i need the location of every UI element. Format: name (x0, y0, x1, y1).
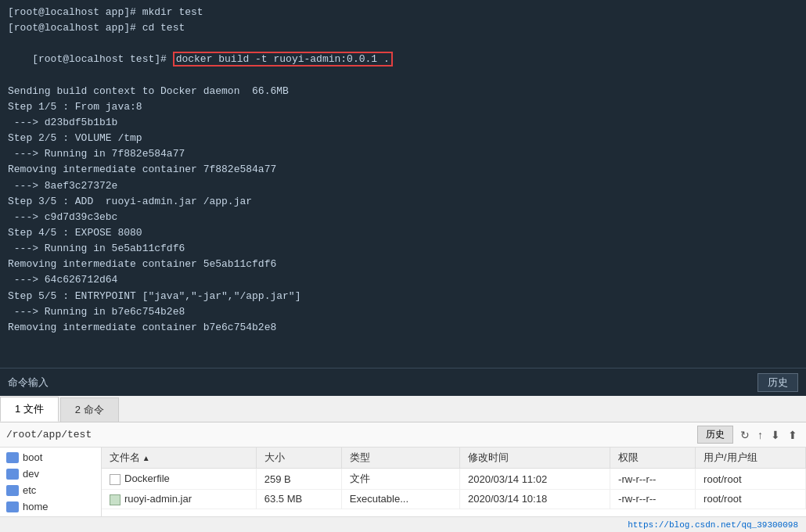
file-type-cell: 文件 (341, 469, 459, 490)
file-name-cell: Dockerfile (102, 469, 256, 490)
status-text: https://blog.csdn.net/qq_39300098 (628, 520, 798, 530)
terminal-line: [root@localhost app]# cd test (8, 20, 798, 36)
file-name-cell: ruoyi-admin.jar (102, 490, 256, 509)
terminal-line: [root@localhost app]# mkdir test (8, 5, 798, 20)
file-owner-cell: root/root (696, 490, 806, 509)
terminal-line: Step 3/5 : ADD ruoyi-admin.jar /app.jar (8, 194, 798, 210)
file-modified-cell: 2020/03/14 10:18 (459, 490, 610, 509)
folder-icon (6, 452, 19, 463)
terminal-line: ---> Running in b7e6c754b2e8 (8, 304, 798, 320)
terminal-line: ---> c9d7d39c3ebc (8, 210, 798, 225)
refresh-icon-button[interactable]: ↻ (738, 427, 752, 443)
download-icon-button[interactable]: ⬇ (768, 427, 783, 443)
file-doc-icon (110, 474, 121, 485)
cmd-input-label: 命令输入 (8, 376, 757, 390)
file-manager: /root/app/test 历史 ↻ ↑ ⬇ ⬆ boot dev etc (0, 422, 806, 532)
file-exe-icon (110, 494, 121, 505)
up-icon-button[interactable]: ↑ (755, 427, 765, 443)
file-type-cell: Executable... (341, 490, 459, 509)
file-owner-cell: root/root (696, 469, 806, 490)
col-header-name[interactable]: 文件名 (102, 448, 256, 469)
terminal-line: Step 2/5 : VOLUME /tmp (8, 131, 798, 146)
terminal-line: ---> d23bdf5b1b1b (8, 115, 798, 131)
terminal-line: ---> Running in 7f882e584a77 (8, 146, 798, 162)
terminal-line: Sending build context to Docker daemon 6… (8, 84, 798, 99)
path-history-button[interactable]: 历史 (697, 426, 733, 444)
terminal-line: Step 4/5 : EXPOSE 8080 (8, 225, 798, 241)
path-bar: /root/app/test 历史 ↻ ↑ ⬇ ⬆ (0, 422, 806, 448)
col-header-modified: 修改时间 (459, 448, 610, 469)
tree-item-label: etc (23, 484, 36, 496)
table-row[interactable]: ruoyi-admin.jar 63.5 MB Executable... 20… (102, 490, 806, 509)
terminal-line: ---> 64c626712d64 (8, 272, 798, 288)
terminal-cmd-highlighted: docker build -t ruoyi-admin:0.0.1 . (173, 52, 393, 66)
col-header-perms: 权限 (610, 448, 696, 469)
folder-icon (6, 501, 19, 512)
file-table-area: 文件名 大小 类型 修改时间 权限 用户/用户组 Dockerfile 259 … (102, 448, 806, 516)
terminal-line: Removing intermediate container 7f882e58… (8, 162, 798, 178)
terminal-line: Removing intermediate container b7e6c754… (8, 320, 798, 336)
path-text: /root/app/test (6, 429, 697, 440)
terminal-line: Step 5/5 : ENTRYPOINT ["java","-jar","/a… (8, 289, 798, 304)
col-header-owner: 用户/用户组 (696, 448, 806, 469)
upload-icon-button[interactable]: ⬆ (786, 427, 800, 443)
tab-bar: 1 文件 2 命令 (0, 396, 806, 422)
terminal-line-highlighted: [root@localhost test]# docker build -t r… (8, 36, 798, 83)
folder-icon (6, 485, 19, 496)
tab-files[interactable]: 1 文件 (0, 397, 59, 422)
tab-commands[interactable]: 2 命令 (60, 397, 119, 422)
tree-item-dev[interactable]: dev (0, 466, 101, 482)
terminal-prompt: [root@localhost test]# (32, 53, 172, 65)
tree-panel: boot dev etc home (0, 448, 102, 516)
col-header-type: 类型 (341, 448, 459, 469)
tree-item-label: dev (23, 468, 39, 480)
file-table: 文件名 大小 类型 修改时间 权限 用户/用户组 Dockerfile 259 … (102, 448, 806, 509)
file-modified-cell: 2020/03/14 11:02 (459, 469, 610, 490)
tree-item-home[interactable]: home (0, 498, 101, 515)
path-icon-group: ↻ ↑ ⬇ ⬆ (738, 427, 800, 443)
terminal-panel: [root@localhost app]# mkdir test [root@l… (0, 0, 806, 368)
tree-item-boot[interactable]: boot (0, 449, 101, 466)
terminal-line: ---> 8aef3c27372e (8, 178, 798, 194)
cmd-input-bar: 命令输入 历史 (0, 368, 806, 396)
file-size-cell: 63.5 MB (256, 490, 341, 509)
file-perms-cell: -rw-r--r-- (610, 490, 696, 509)
col-header-size: 大小 (256, 448, 341, 469)
history-button[interactable]: 历史 (757, 373, 798, 392)
folder-icon (6, 469, 19, 480)
file-perms-cell: -rw-r--r-- (610, 469, 696, 490)
terminal-line: Removing intermediate container 5e5ab11c… (8, 257, 798, 272)
table-row[interactable]: Dockerfile 259 B 文件 2020/03/14 11:02 -rw… (102, 469, 806, 490)
tree-item-label: boot (23, 451, 42, 463)
file-size-cell: 259 B (256, 469, 341, 490)
file-content-area: boot dev etc home 文件名 大小 (0, 448, 806, 516)
tree-item-etc[interactable]: etc (0, 482, 101, 498)
tree-item-label: home (23, 501, 49, 512)
terminal-line: Step 1/5 : From java:8 (8, 99, 798, 115)
terminal-line: ---> Running in 5e5ab11cfdf6 (8, 241, 798, 257)
status-bar: https://blog.csdn.net/qq_39300098 (0, 516, 806, 532)
